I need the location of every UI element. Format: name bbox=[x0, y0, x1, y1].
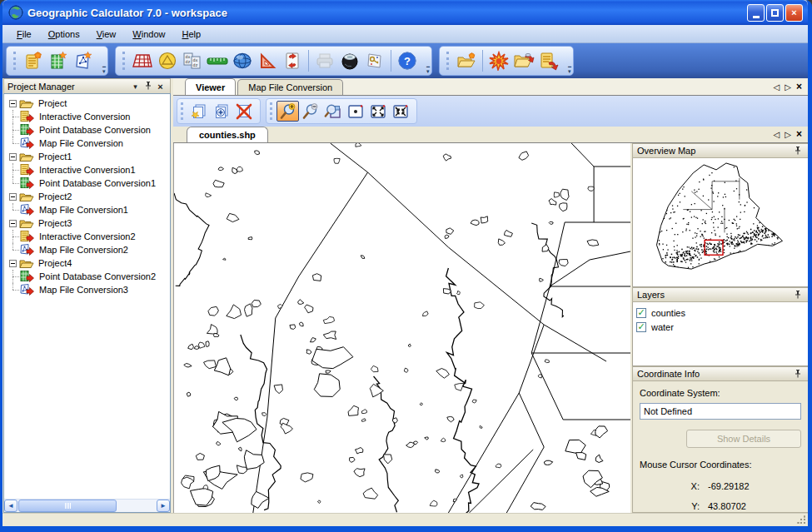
document-export-icon[interactable] bbox=[536, 48, 561, 73]
tree-item[interactable]: Point Database Conversion bbox=[7, 123, 170, 137]
project-folder-icon bbox=[19, 191, 34, 202]
scroll-left-icon[interactable]: ◄ bbox=[4, 500, 17, 512]
zoom-out-icon[interactable] bbox=[299, 101, 321, 122]
toolbar-grip[interactable] bbox=[270, 102, 272, 120]
tree-item[interactable]: Interactive Conversion1 bbox=[7, 163, 170, 177]
tab-counties-shp[interactable]: counties.shp bbox=[187, 127, 268, 142]
menu-item-options[interactable]: Options bbox=[41, 27, 87, 42]
panel-menu-chevron-icon[interactable]: ▾ bbox=[129, 82, 142, 91]
tree-item[interactable]: Map File Conversion3 bbox=[7, 283, 170, 296]
toolbar-overflow-chevron[interactable]: ▾ bbox=[102, 65, 106, 74]
remove-layer-icon[interactable] bbox=[232, 101, 255, 122]
pin-icon[interactable] bbox=[791, 369, 804, 380]
open-folder-new-icon[interactable] bbox=[454, 48, 479, 73]
pin-icon[interactable] bbox=[142, 81, 154, 92]
minimize-button[interactable] bbox=[747, 4, 765, 22]
tree-connector bbox=[7, 283, 20, 296]
tree-item[interactable]: Map File Conversion bbox=[7, 137, 170, 150]
tree-horizontal-scrollbar[interactable]: ◄ ► bbox=[4, 499, 170, 512]
toolbar-grip[interactable] bbox=[13, 52, 16, 70]
scroll-track[interactable] bbox=[117, 500, 157, 512]
tree-expand-icon[interactable] bbox=[9, 100, 17, 107]
coordinate-system-value[interactable]: Not Defined bbox=[640, 403, 801, 420]
tab-close-icon[interactable]: × bbox=[796, 81, 802, 92]
zoom-window-icon[interactable] bbox=[321, 101, 344, 122]
scroll-thumb[interactable] bbox=[18, 500, 117, 512]
map-viewport[interactable] bbox=[173, 143, 630, 513]
pin-icon[interactable] bbox=[791, 290, 804, 301]
scroll-right-icon[interactable]: ► bbox=[157, 500, 170, 512]
resize-grip[interactable] bbox=[797, 515, 806, 525]
center-view-icon[interactable] bbox=[344, 101, 366, 122]
tree-expand-icon[interactable] bbox=[9, 193, 17, 201]
tree-expand-icon[interactable] bbox=[9, 220, 17, 227]
key-options-icon[interactable] bbox=[362, 48, 387, 73]
tree-item[interactable]: Interactive Conversion2 bbox=[7, 230, 170, 243]
toolbar-grip[interactable] bbox=[446, 52, 449, 70]
tab-scroll-right-icon[interactable]: ▷ bbox=[785, 82, 791, 92]
sphere-seek-icon[interactable] bbox=[337, 48, 362, 73]
tab-scroll-left-icon[interactable]: ◁ bbox=[774, 82, 780, 92]
convert-document-icon[interactable] bbox=[280, 48, 305, 73]
doc-scroll-left-icon[interactable]: ◁ bbox=[774, 130, 780, 139]
layer-checkbox[interactable]: ✓ bbox=[636, 322, 646, 332]
layer-checkbox[interactable]: ✓ bbox=[636, 308, 646, 318]
derivation-files-icon[interactable]: dxdzdxdz bbox=[180, 48, 205, 73]
help-icon[interactable]: ? bbox=[395, 48, 420, 73]
close-icon: × bbox=[791, 7, 796, 17]
tree-item[interactable]: Map File Conversion1 bbox=[7, 203, 170, 216]
toolbar-overflow-chevron[interactable]: ▾ bbox=[568, 65, 571, 74]
tab-map-file-conversion[interactable]: Map File Conversion bbox=[237, 79, 343, 95]
panel-close-icon[interactable]: × bbox=[154, 82, 167, 92]
tree-item[interactable]: Point Database Conversion2 bbox=[7, 270, 170, 283]
close-button[interactable]: × bbox=[785, 4, 803, 22]
doc-close-icon[interactable]: × bbox=[796, 128, 802, 140]
folder-convert-icon[interactable] bbox=[511, 48, 536, 73]
zoom-full-icon[interactable] bbox=[389, 101, 411, 122]
toolbar-grip[interactable] bbox=[122, 52, 125, 70]
menu-item-file[interactable]: File bbox=[9, 27, 39, 42]
set-square-icon[interactable] bbox=[255, 48, 280, 73]
tree-item-label: Point Database Conversion bbox=[37, 125, 152, 135]
ellipsoid-icon[interactable] bbox=[230, 48, 255, 73]
pin-icon[interactable] bbox=[791, 146, 804, 157]
tree-item[interactable]: Project3 bbox=[7, 216, 170, 230]
tree-item[interactable]: Map File Conversion2 bbox=[7, 243, 170, 256]
tree-item[interactable]: Project4 bbox=[7, 256, 170, 270]
layer-label: counties bbox=[651, 308, 685, 318]
doc-scroll-right-icon[interactable]: ▷ bbox=[785, 130, 791, 139]
new-point-database-conversion-icon[interactable] bbox=[46, 48, 71, 73]
overview-map-canvas[interactable] bbox=[632, 158, 809, 287]
show-details-button[interactable]: Show Details bbox=[686, 430, 801, 448]
ruler-icon[interactable] bbox=[205, 48, 230, 73]
new-map-file-conversion-icon[interactable] bbox=[71, 48, 96, 73]
tree-item[interactable]: Project2 bbox=[7, 190, 170, 203]
burst-new-icon[interactable] bbox=[486, 48, 511, 73]
tree-expand-icon[interactable] bbox=[9, 153, 17, 161]
tree-item[interactable]: Project1 bbox=[7, 150, 170, 163]
printer-icon[interactable] bbox=[312, 48, 337, 73]
menu-item-window[interactable]: Window bbox=[125, 27, 172, 42]
toolbar-grip[interactable] bbox=[181, 102, 183, 120]
zoom-in-icon[interactable] bbox=[276, 101, 299, 122]
menu-item-view[interactable]: View bbox=[89, 27, 124, 42]
new-interactive-conversion-icon[interactable] bbox=[21, 48, 46, 73]
datum-circle-icon[interactable] bbox=[155, 48, 180, 73]
project-manager-title: Project Manager bbox=[7, 82, 129, 92]
window-title: Geographic Calculator 7.0 - workspace bbox=[27, 7, 747, 19]
tab-viewer[interactable]: Viewer bbox=[185, 78, 236, 95]
svg-text:dz: dz bbox=[186, 59, 191, 64]
layer-row: ✓counties bbox=[636, 306, 805, 320]
new-view-icon[interactable] bbox=[187, 101, 210, 122]
coordinate-grid-icon[interactable] bbox=[130, 48, 155, 73]
maximize-button[interactable] bbox=[766, 4, 784, 22]
tree-item[interactable]: Project bbox=[7, 97, 170, 110]
tree-expand-icon[interactable] bbox=[9, 260, 17, 267]
menu-item-help[interactable]: Help bbox=[174, 27, 208, 42]
zoom-extents-icon[interactable] bbox=[366, 101, 389, 122]
tree-item[interactable]: Interactive Conversion bbox=[7, 110, 170, 123]
tree-item[interactable]: Point Database Conversion1 bbox=[7, 177, 170, 190]
svg-text:?: ? bbox=[404, 55, 411, 67]
toolbar-overflow-chevron[interactable]: ▾ bbox=[426, 65, 430, 74]
add-layer-icon[interactable] bbox=[210, 101, 232, 122]
